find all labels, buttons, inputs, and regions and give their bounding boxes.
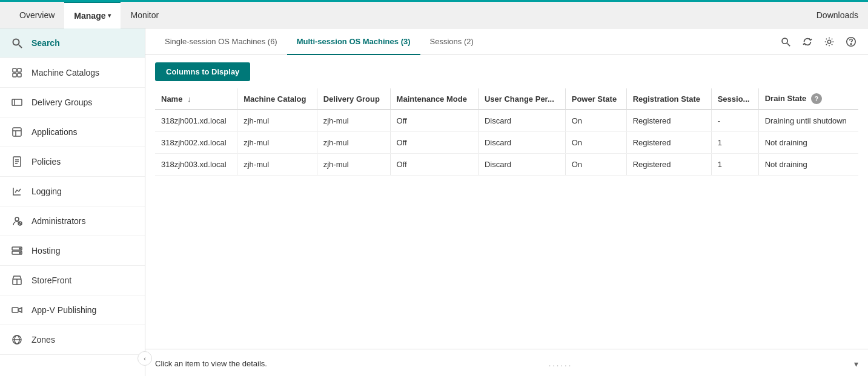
columns-to-display-button[interactable]: Columns to Display	[155, 62, 250, 81]
cell-8: Not draining	[758, 132, 858, 154]
sidebar-item-zones[interactable]: Zones	[0, 325, 145, 355]
refresh-action-icon[interactable]	[800, 35, 815, 49]
storefront-icon	[10, 273, 24, 288]
main-content: Single-session OS Machines (6) Multi-ses…	[145, 28, 868, 376]
tab-multi-session[interactable]: Multi-session OS Machines (3)	[287, 28, 420, 55]
svg-line-28	[787, 43, 790, 46]
cell-1: zjh-mul	[237, 132, 317, 154]
sidebar-item-appv-publishing[interactable]: App-V Publishing	[0, 295, 145, 325]
sidebar-label-machine-catalogs: Machine Catalogs	[31, 68, 99, 78]
detail-expand-chevron[interactable]: ▾	[854, 359, 858, 369]
search-action-icon[interactable]	[778, 35, 793, 49]
cell-4: Discard	[478, 132, 565, 154]
cell-1: zjh-mul	[237, 110, 317, 132]
settings-action-icon[interactable]	[822, 35, 837, 49]
svg-rect-6	[12, 99, 22, 105]
sidebar-label-administrators: Administrators	[31, 216, 85, 226]
tab-actions	[778, 35, 858, 49]
svg-point-15	[15, 217, 19, 221]
svg-rect-3	[18, 68, 21, 72]
cell-7: 1	[711, 154, 758, 176]
col-header-sessions[interactable]: Sessio...	[711, 88, 758, 110]
col-header-machine-catalog[interactable]: Machine Catalog	[237, 88, 317, 110]
table-row[interactable]: 318zjh001.xd.localzjh-mulzjh-mulOffDisca…	[155, 110, 858, 132]
sidebar-item-policies[interactable]: Policies	[0, 147, 145, 177]
click-to-view-text: Click an item to view the details.	[155, 359, 267, 368]
cell-8: Not draining	[758, 154, 858, 176]
cell-5: On	[565, 132, 626, 154]
col-header-drain-state[interactable]: Drain State ?	[758, 88, 858, 110]
sidebar-item-storefront[interactable]: StoreFront	[0, 266, 145, 295]
col-header-power-state[interactable]: Power State	[565, 88, 626, 110]
sidebar-label-applications: Applications	[31, 127, 78, 137]
sidebar-label-storefront: StoreFront	[31, 275, 71, 285]
sidebar-item-applications[interactable]: Applications	[0, 117, 145, 147]
col-header-registration-state[interactable]: Registration State	[626, 88, 711, 110]
sidebar-label-logging: Logging	[31, 186, 62, 196]
search-icon	[10, 36, 24, 50]
sort-arrow-icon: ↓	[187, 94, 191, 104]
detail-panel: Click an item to view the details. .....…	[145, 349, 868, 376]
svg-point-0	[13, 39, 19, 45]
sidebar-item-search[interactable]: Search	[0, 28, 145, 58]
svg-rect-5	[18, 73, 21, 77]
cell-3: Off	[390, 110, 478, 132]
administrators-icon	[10, 214, 24, 228]
sidebar-item-machine-catalogs[interactable]: Machine Catalogs	[0, 58, 145, 88]
sidebar-item-administrators[interactable]: Administrators	[0, 206, 145, 236]
svg-point-20	[19, 252, 21, 254]
detail-dots: ......	[549, 359, 573, 368]
cell-6: Registered	[626, 132, 711, 154]
toolbar: Columns to Display	[145, 55, 868, 88]
nav-manage[interactable]: Manage ▾	[64, 2, 121, 28]
col-header-name[interactable]: Name ↓	[155, 88, 237, 110]
sidebar-collapse-button[interactable]: ‹	[137, 351, 152, 366]
sidebar-item-hosting[interactable]: Hosting	[0, 236, 145, 266]
svg-point-31	[850, 43, 851, 44]
svg-rect-23	[12, 308, 18, 312]
sidebar-label-delivery-groups: Delivery Groups	[31, 97, 92, 107]
nav-overview[interactable]: Overview	[10, 2, 64, 28]
sidebar-label-zones: Zones	[31, 335, 55, 345]
nav-monitor[interactable]: Monitor	[121, 2, 168, 28]
svg-point-29	[827, 40, 830, 43]
cell-5: On	[565, 110, 626, 132]
cell-3: Off	[390, 132, 478, 154]
sidebar-label-search: Search	[31, 38, 60, 48]
col-header-user-change-per[interactable]: User Change Per...	[478, 88, 565, 110]
col-header-delivery-group[interactable]: Delivery Group	[317, 88, 390, 110]
svg-rect-2	[13, 68, 16, 72]
logging-icon	[10, 184, 24, 199]
col-header-maintenance-mode[interactable]: Maintenance Mode	[390, 88, 478, 110]
top-nav: Overview Manage ▾ Monitor Downloads	[0, 2, 868, 28]
table-row[interactable]: 318zjh002.xd.localzjh-mulzjh-mulOffDisca…	[155, 132, 858, 154]
cell-7: -	[711, 110, 758, 132]
sidebar-item-delivery-groups[interactable]: Delivery Groups	[0, 88, 145, 117]
cell-0: 318zjh001.xd.local	[155, 110, 237, 132]
svg-rect-8	[13, 128, 21, 136]
cell-2: zjh-mul	[317, 110, 390, 132]
machines-table: Name ↓ Machine Catalog Delivery Group Ma…	[155, 88, 858, 176]
table-row[interactable]: 318zjh003.xd.localzjh-mulzjh-mulOffDisca…	[155, 154, 858, 176]
cell-1: zjh-mul	[237, 154, 317, 176]
machine-catalogs-icon	[10, 65, 24, 80]
cell-5: On	[565, 154, 626, 176]
manage-chevron-icon: ▾	[108, 12, 111, 19]
sidebar-item-logging[interactable]: Logging	[0, 177, 145, 206]
drain-state-help-icon[interactable]: ?	[811, 93, 822, 104]
table-body: 318zjh001.xd.localzjh-mulzjh-mulOffDisca…	[155, 110, 858, 176]
cell-2: zjh-mul	[317, 154, 390, 176]
cell-4: Discard	[478, 110, 565, 132]
cell-3: Off	[390, 154, 478, 176]
downloads-button[interactable]: Downloads	[817, 10, 858, 20]
help-action-icon[interactable]	[844, 35, 858, 49]
sidebar: Search Machine Catalogs Delivery Gro	[0, 28, 145, 376]
policies-icon	[10, 154, 24, 169]
cell-2: zjh-mul	[317, 132, 390, 154]
svg-point-19	[19, 248, 21, 249]
tab-single-session[interactable]: Single-session OS Machines (6)	[155, 28, 287, 55]
tab-sessions[interactable]: Sessions (2)	[420, 28, 483, 55]
cell-6: Registered	[626, 110, 711, 132]
delivery-groups-icon	[10, 95, 24, 110]
appv-publishing-icon	[10, 303, 24, 317]
